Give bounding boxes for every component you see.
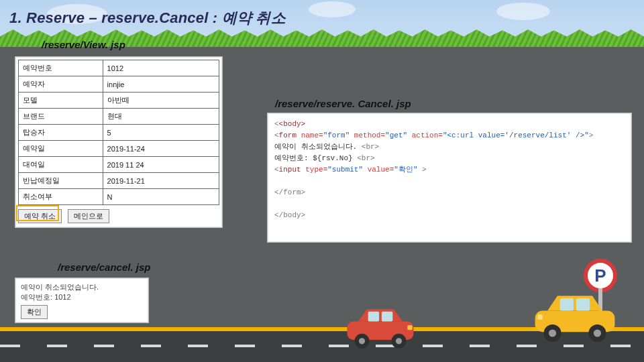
svg-rect-10 <box>576 298 590 311</box>
slide-title-main: reserve.Cancel : 예약 취소 <box>101 9 286 26</box>
code-text: 예약번호: <box>274 154 313 162</box>
cancel-resv-label: 예약번호: <box>21 293 54 301</box>
field-label: 취소여부 <box>19 189 103 205</box>
caption-view-jsp: /reserve/View. jsp <box>42 39 125 50</box>
slide-title-prefix: 1. Reserve – <box>9 9 101 26</box>
confirm-button[interactable]: 확인 <box>21 305 48 319</box>
svg-rect-7 <box>407 325 412 330</box>
caption-cancel-jsp: /reserve/cancel. jsp <box>58 261 150 273</box>
code-text: 예약이 취소되었습니다. <box>274 143 357 151</box>
code-line: </body> <box>274 210 625 221</box>
cancel-resv-line: 예약번호: 1012 <box>21 292 143 302</box>
field-label: 반납예정일 <box>19 173 103 189</box>
field-label: 예약자 <box>19 76 103 93</box>
cancel-result-panel: 예약이 취소되었습니다. 예약번호: 1012 확인 <box>15 278 149 323</box>
code-line: 예약이 취소되었습니다. <br> <box>274 141 625 153</box>
svg-rect-2 <box>382 312 392 322</box>
code-val: "form" <box>323 131 350 139</box>
code-attr: method= <box>354 131 385 139</box>
field-value: innjie <box>103 76 219 93</box>
parking-sign-icon: P <box>584 259 617 292</box>
table-row: 브랜드현대 <box>19 109 219 125</box>
field-value: 1012 <box>103 60 219 76</box>
slide-title: 1. Reserve – reserve.Cancel : 예약 취소 <box>9 8 286 28</box>
field-label: 예약번호 <box>19 60 103 76</box>
code-line: <form name="form" method="get" action="<… <box>274 130 625 141</box>
code-val: "<c:url value='/reserve/list' />" <box>443 131 589 139</box>
cloud-icon <box>496 3 550 20</box>
field-value: 아반떼 <box>103 93 219 109</box>
code-val: "확인" <box>394 166 417 174</box>
svg-point-6 <box>396 338 402 344</box>
reservation-detail-table: 예약번호1012 예약자innjie 모델아반떼 브랜드현대 탑승자5 예약일2… <box>18 60 219 205</box>
code-val: "submit" <box>327 166 363 174</box>
code-attr: name= <box>301 131 323 139</box>
svg-rect-1 <box>368 312 379 322</box>
code-br: <br> <box>362 143 379 151</box>
code-line: </form> <box>274 187 625 198</box>
svg-point-12 <box>549 329 556 337</box>
code-attr: type= <box>305 166 327 174</box>
code-val: "get" <box>385 131 407 139</box>
code-br: <br> <box>357 154 374 162</box>
car-red-icon <box>343 303 417 352</box>
field-label: 대여일 <box>19 157 103 173</box>
table-row: 예약자innjie <box>19 76 219 93</box>
svg-point-4 <box>359 338 365 344</box>
field-value: 2019 11 24 <box>103 157 219 173</box>
code-line <box>274 198 625 210</box>
caption-reservecancel-jsp: /reserve/reserve. Cancel. jsp <box>275 98 411 109</box>
back-to-main-button[interactable]: 메인으로 <box>68 209 109 223</box>
code-line: <<body> <box>274 119 625 130</box>
code-line: <input type="submit" value="확인" > <box>274 164 625 176</box>
cloud-icon <box>309 1 356 17</box>
field-label: 브랜드 <box>19 109 103 125</box>
table-row: 예약번호1012 <box>19 60 219 76</box>
cancel-message: 예약이 취소되었습니다. <box>21 282 143 292</box>
cancel-resv-value: 1012 <box>54 293 70 301</box>
view-panel: 예약번호1012 예약자innjie 모델아반떼 브랜드현대 탑승자5 예약일2… <box>15 56 223 228</box>
cancel-reservation-button[interactable]: 예약 취소 <box>18 209 62 223</box>
field-value: 5 <box>103 125 219 141</box>
code-panel: <<body> <form name="form" method="get" a… <box>267 113 632 243</box>
code-expression: ${rsv.No} <box>313 154 352 162</box>
field-value: 2019-11-21 <box>103 173 219 189</box>
svg-point-14 <box>594 329 601 337</box>
car-yellow-icon <box>531 290 619 346</box>
field-label: 예약일 <box>19 141 103 157</box>
field-value: 2019-11-24 <box>103 141 219 157</box>
code-attr: value= <box>368 166 394 174</box>
table-row: 반납예정일2019-11-21 <box>19 173 219 189</box>
field-label: 탑승자 <box>19 125 103 141</box>
table-row: 대여일2019 11 24 <box>19 157 219 173</box>
code-tag: input <box>279 166 301 174</box>
field-value: 현대 <box>103 109 219 125</box>
table-row: 예약일2019-11-24 <box>19 141 219 157</box>
parking-letter: P <box>584 259 617 292</box>
code-tag: form <box>279 131 297 139</box>
code-attr: action= <box>412 131 443 139</box>
table-row: 취소여부N <box>19 189 219 205</box>
svg-rect-9 <box>560 298 574 311</box>
table-row: 모델아반떼 <box>19 93 219 109</box>
code-line <box>274 176 625 187</box>
code-line: 예약번호: ${rsv.No} <br> <box>274 153 625 164</box>
table-row: 탑승자5 <box>19 125 219 141</box>
field-label: 모델 <box>19 93 103 109</box>
field-value: N <box>103 189 219 205</box>
svg-rect-15 <box>537 314 542 319</box>
